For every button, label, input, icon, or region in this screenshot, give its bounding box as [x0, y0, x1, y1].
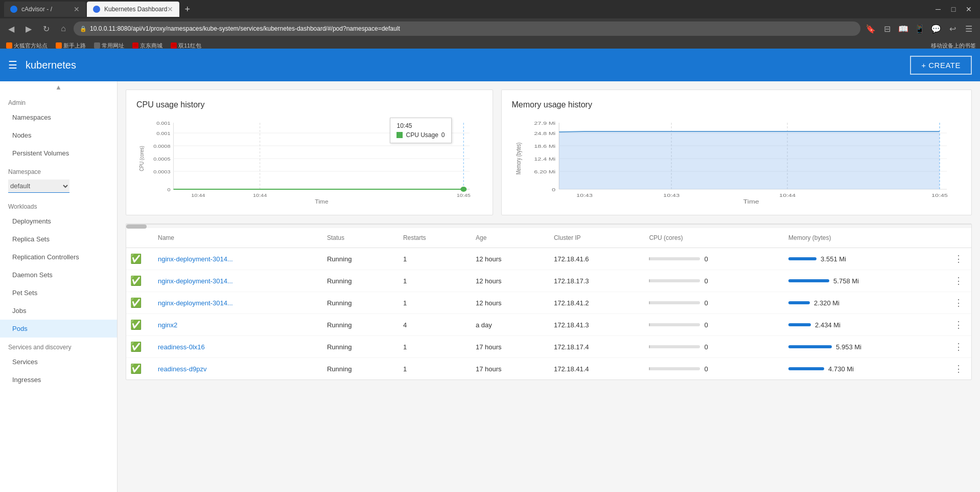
home-button[interactable]: ⌂	[56, 21, 71, 36]
pod-cpu-cell: 0	[641, 358, 780, 380]
sidebar-item-jobs[interactable]: Jobs	[0, 302, 117, 320]
close-button[interactable]: ✕	[962, 2, 976, 16]
pod-status-cell: Running	[319, 270, 395, 292]
sidebar-item-namespaces[interactable]: Namespaces	[0, 108, 117, 126]
back-button[interactable]: ◀	[4, 21, 18, 36]
pod-link[interactable]: nginx-deployment-3014...	[158, 299, 233, 307]
col-header-name[interactable]: Name	[150, 228, 319, 248]
sidebar-item-replication-controllers[interactable]: Replication Controllers	[0, 248, 117, 266]
scroll-up-icon[interactable]: ▲	[0, 81, 117, 93]
pod-memory-cell: 4.730 Mi	[780, 358, 946, 380]
pod-menu-cell: ⋮	[946, 358, 971, 380]
address-bar[interactable]: 🔒	[74, 21, 860, 36]
cpu-bar	[649, 257, 650, 260]
sidebar-item-replica-sets[interactable]: Replica Sets	[0, 230, 117, 248]
svg-text:12.4 Mi: 12.4 Mi	[534, 156, 555, 162]
memory-bar	[788, 257, 816, 260]
cpu-bar-background	[649, 323, 700, 326]
bookmark-favicon	[94, 42, 100, 49]
row-menu-icon[interactable]: ⋮	[954, 342, 963, 352]
memory-bar	[788, 301, 810, 304]
refresh-button[interactable]: ↻	[39, 21, 53, 36]
url-input[interactable]	[90, 25, 854, 32]
pod-link[interactable]: nginx-deployment-3014...	[158, 277, 233, 285]
pod-status-cell: Running	[319, 358, 395, 380]
col-header-cpu[interactable]: CPU (cores)	[641, 228, 780, 248]
pod-link[interactable]: readiness-d9pzv	[158, 365, 206, 373]
tab-close-cadvisor[interactable]: ✕	[74, 5, 80, 13]
tab-close-k8s[interactable]: ✕	[167, 5, 173, 13]
svg-text:0.001: 0.001	[156, 131, 171, 136]
table-scrollbar-thumb[interactable]	[126, 225, 147, 229]
row-menu-icon[interactable]: ⋮	[954, 276, 963, 286]
cpu-chart-tooltip: 10:45 CPU Usage 0	[390, 118, 451, 143]
row-menu-icon[interactable]: ⋮	[954, 254, 963, 264]
minimize-button[interactable]: ─	[931, 2, 945, 16]
svg-text:10:45: 10:45	[457, 193, 471, 198]
cpu-bar	[649, 323, 650, 326]
svg-text:Memory (bytes): Memory (bytes)	[515, 143, 522, 174]
pod-status-cell: Running	[319, 336, 395, 358]
table-row: ✅ readiness-0lx16 Running 1 17 hours 172…	[126, 336, 971, 358]
memory-chart-wrapper: 27.9 Mi 24.8 Mi 18.6 Mi 12.4 Mi 6.20 Mi …	[512, 118, 961, 205]
tab-cadvisor[interactable]: cAdvisor - / ✕	[4, 2, 86, 17]
row-menu-icon[interactable]: ⋮	[954, 298, 963, 308]
workloads-section-label: Workloads	[0, 197, 117, 212]
sidebar-toggle[interactable]: ⊟	[880, 21, 894, 36]
sidebar-item-persistent-volumes[interactable]: Persistent Volumes	[0, 144, 117, 162]
memory-value: 5.758 Mi	[833, 277, 859, 285]
charts-row: CPU usage history	[126, 90, 972, 215]
synced-tabs[interactable]: 📱	[913, 21, 927, 36]
history-back[interactable]: ↩	[945, 21, 960, 36]
new-tab-button[interactable]: +	[180, 4, 194, 15]
col-header-memory[interactable]: Memory (bytes)	[780, 228, 946, 248]
col-header-restarts[interactable]: Restarts	[395, 228, 468, 248]
pod-cluster-ip-cell: 172.18.41.3	[546, 314, 641, 336]
maximize-button[interactable]: □	[946, 2, 961, 16]
namespace-select[interactable]: default	[8, 180, 69, 193]
pod-cluster-ip-cell: 172.18.41.2	[546, 292, 641, 314]
sidebar-item-services[interactable]: Services	[0, 353, 117, 371]
menu-button[interactable]: ☰	[962, 21, 976, 36]
pod-menu-cell: ⋮	[946, 314, 971, 336]
forward-button[interactable]: ▶	[21, 21, 36, 36]
bookmark-favicon	[6, 42, 12, 49]
pod-link[interactable]: nginx2	[158, 321, 177, 329]
services-discovery-section-label: Services and discovery	[0, 338, 117, 353]
svg-text:CPU (cores): CPU (cores)	[139, 146, 145, 171]
sidebar-item-deployments[interactable]: Deployments	[0, 212, 117, 230]
svg-text:0.001: 0.001	[156, 121, 171, 126]
row-menu-icon[interactable]: ⋮	[954, 364, 963, 374]
svg-text:10:44: 10:44	[253, 193, 267, 198]
sidebar-item-ingresses[interactable]: Ingresses	[0, 371, 117, 389]
table-scrollbar[interactable]	[126, 224, 971, 228]
col-header-status-label[interactable]: Status	[319, 228, 395, 248]
reader-button[interactable]: 📖	[896, 21, 911, 36]
pod-link[interactable]: readiness-0lx16	[158, 343, 205, 351]
menu-icon[interactable]: ☰	[8, 59, 17, 71]
extensions-button[interactable]: 🔖	[864, 21, 878, 36]
tooltip-value: 0	[441, 131, 445, 139]
table-row: ✅ nginx-deployment-3014... Running 1 12 …	[126, 248, 971, 270]
pod-name-cell: nginx2	[150, 314, 319, 336]
col-header-age[interactable]: Age	[468, 228, 546, 248]
col-header-cluster-ip[interactable]: Cluster IP	[546, 228, 641, 248]
tab-kubernetes[interactable]: Kubernetes Dashboard ✕	[87, 2, 179, 17]
chat-button[interactable]: 💬	[929, 21, 943, 36]
svg-text:10:43: 10:43	[663, 193, 680, 198]
memory-value: 5.953 Mi	[836, 343, 861, 351]
create-button[interactable]: + CREATE	[910, 56, 972, 75]
svg-text:24.8 Mi: 24.8 Mi	[534, 131, 555, 136]
memory-value: 3.551 Mi	[821, 255, 846, 263]
sidebar-item-pods[interactable]: Pods	[0, 320, 117, 338]
row-menu-icon[interactable]: ⋮	[954, 320, 963, 330]
status-icon: ✅	[130, 342, 142, 352]
cpu-chart-card: CPU usage history	[126, 90, 493, 215]
svg-text:0.0005: 0.0005	[153, 156, 171, 162]
sidebar-item-nodes[interactable]: Nodes	[0, 126, 117, 144]
status-cell: ✅	[126, 292, 150, 314]
sidebar-item-daemon-sets[interactable]: Daemon Sets	[0, 266, 117, 284]
tab-favicon-k8s	[93, 6, 100, 13]
sidebar-item-pet-sets[interactable]: Pet Sets	[0, 284, 117, 302]
pod-link[interactable]: nginx-deployment-3014...	[158, 255, 233, 263]
